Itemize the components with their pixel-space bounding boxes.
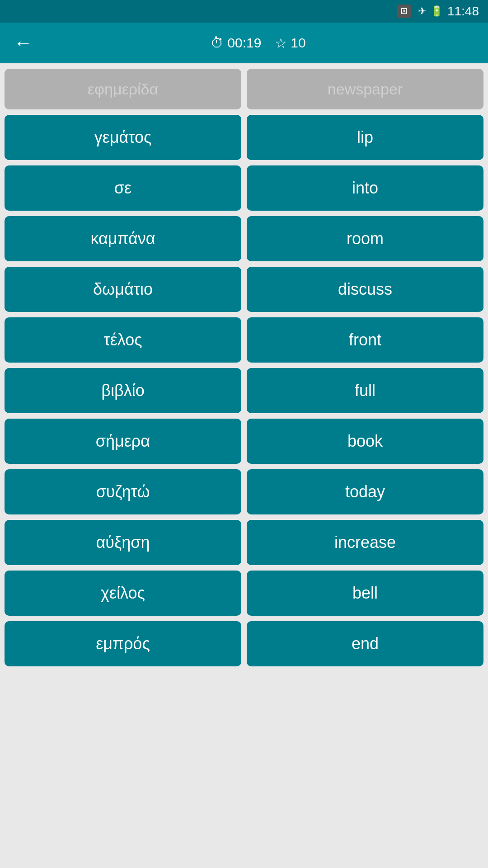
greek-word-button[interactable]: τέλος: [5, 317, 241, 363]
nav-center: ⏱ 00:19 ☆ 10: [42, 35, 474, 51]
english-word-button[interactable]: lip: [247, 115, 483, 160]
status-icons: ✈ 🔋 11:48: [418, 4, 479, 19]
greek-word-button[interactable]: συζητώ: [5, 469, 241, 514]
timer-icon: ⏱: [210, 35, 224, 51]
stars-display: ☆ 10: [275, 35, 305, 51]
greek-word-button[interactable]: σε: [5, 165, 241, 211]
greek-word-button[interactable]: σήμερα: [5, 419, 241, 464]
nav-bar: ← ⏱ 00:19 ☆ 10: [0, 23, 488, 63]
english-word-button[interactable]: into: [247, 165, 483, 211]
image-icon: 🖼: [397, 5, 411, 18]
english-word-button[interactable]: bell: [247, 571, 483, 616]
english-word-button[interactable]: end: [247, 621, 483, 666]
greek-word-button[interactable]: εμπρός: [5, 621, 241, 666]
english-word-button[interactable]: book: [247, 419, 483, 464]
word-grid: εφημερίδα newspaper γεμάτοςlipσεintoκαμπ…: [5, 69, 483, 666]
battery-icon: 🔋: [431, 5, 443, 17]
greek-word-button[interactable]: βιβλίο: [5, 368, 241, 413]
status-time: 11:48: [447, 4, 479, 19]
english-word-button[interactable]: room: [247, 216, 483, 261]
status-bar: 🖼 ✈ 🔋 11:48: [0, 0, 488, 23]
english-word-button[interactable]: front: [247, 317, 483, 363]
greek-word-button[interactable]: αύξηση: [5, 520, 241, 565]
timer-value: 00:19: [227, 35, 261, 51]
greek-word-button[interactable]: χείλος: [5, 571, 241, 616]
english-word-button[interactable]: discuss: [247, 267, 483, 312]
airplane-icon: ✈: [418, 5, 426, 17]
greek-word-button[interactable]: καμπάνα: [5, 216, 241, 261]
back-button[interactable]: ←: [14, 33, 33, 52]
english-word-button[interactable]: full: [247, 368, 483, 413]
greek-word-button[interactable]: γεμάτος: [5, 115, 241, 160]
stars-value: 10: [291, 35, 305, 51]
english-header: newspaper: [247, 69, 483, 109]
greek-word-button[interactable]: δωμάτιο: [5, 267, 241, 312]
main-content: εφημερίδα newspaper γεμάτοςlipσεintoκαμπ…: [0, 63, 488, 672]
greek-header: εφημερίδα: [5, 69, 241, 109]
timer-display: ⏱ 00:19: [210, 35, 261, 51]
star-icon: ☆: [275, 35, 287, 51]
english-word-button[interactable]: increase: [247, 520, 483, 565]
english-word-button[interactable]: today: [247, 469, 483, 514]
